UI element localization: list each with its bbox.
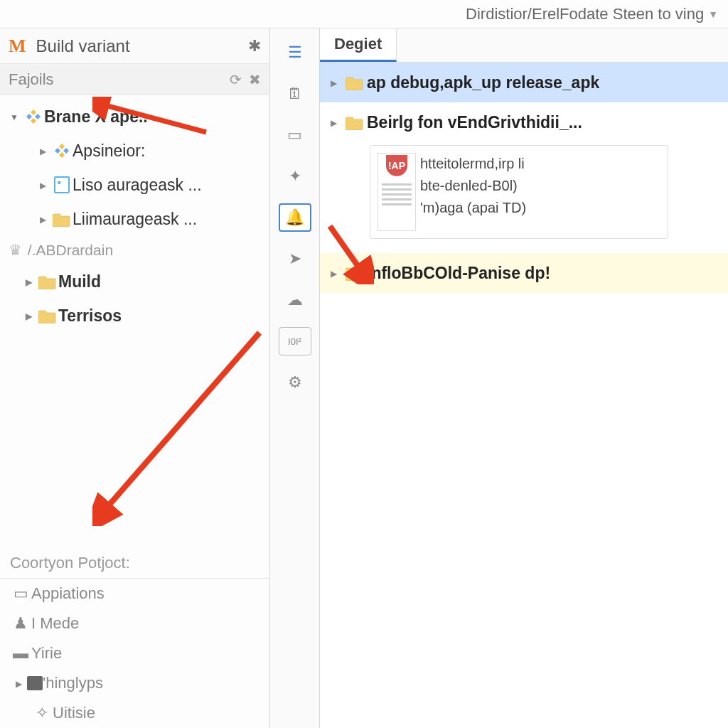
tree-item-label: Muild: [58, 272, 101, 291]
content: Degiet ap debug,apk_up release_apk Beirl…: [320, 28, 728, 728]
doc-thumb: !AP: [378, 153, 416, 231]
folder-icon: [343, 75, 367, 90]
robot-icon: ♟: [10, 614, 31, 633]
breadcrumb[interactable]: Dirdistior/ErelFodate Steen to ving: [466, 5, 704, 23]
file-label: Beirlg fon vEndGrivthidii_...: [367, 113, 582, 132]
file-label: infloBbCOld-Panise dp!: [367, 264, 550, 283]
caret-down-icon[interactable]: [6, 110, 23, 123]
folder-icon: [343, 114, 367, 130]
tree-item[interactable]: Terrisos: [0, 299, 269, 333]
sidebar-subheader: Fajoils ⟳ ✖: [0, 64, 269, 95]
sidebar-title: Build variant: [36, 36, 248, 56]
caret-right-icon[interactable]: [324, 116, 343, 129]
caret-right-icon[interactable]: [10, 677, 27, 690]
tree-item-label: Liso aurageask ...: [73, 176, 202, 195]
file-icon: [51, 176, 73, 193]
arrow-icon[interactable]: ➤: [279, 245, 311, 273]
footer-item[interactable]: ▭ Appiations: [0, 579, 269, 609]
doc-lines-icon: [382, 181, 412, 208]
tab-label: Degiet: [334, 35, 382, 53]
tree-item-label: Terrisos: [58, 306, 122, 326]
footer-item[interactable]: ♟ I Mede: [0, 609, 269, 638]
tree-root-label: Brane X ape..: [44, 107, 148, 127]
tabs: Degiet: [320, 28, 728, 63]
tree-item-label: Apsineior:: [73, 141, 145, 161]
footer-item[interactable]: ▬ Yirie: [0, 638, 269, 668]
file-row[interactable]: infloBbCOld-Panise dp!: [320, 253, 728, 293]
sidebar-subtitle: Fajoils: [9, 70, 54, 89]
puzzle-icon[interactable]: ✱: [248, 37, 261, 55]
folder-icon: [51, 211, 73, 227]
footer: Coortyon Potjoct: ▭ Appiations ♟ I Mede …: [0, 548, 269, 728]
doc-line: bte-denled-B0l): [420, 175, 526, 197]
caret-right-icon[interactable]: [34, 213, 51, 225]
caret-right-icon[interactable]: [20, 275, 37, 288]
annotation-arrow: [92, 327, 277, 526]
footer-item-label: Uitisie: [53, 704, 95, 722]
close-icon[interactable]: ✖: [249, 71, 261, 88]
caret-right-icon[interactable]: [34, 144, 51, 157]
tree-item[interactable]: Liso aurageask ...: [0, 168, 269, 202]
sidebar-header: M Build variant ✱: [0, 28, 269, 64]
caret-right-icon[interactable]: [324, 267, 343, 279]
footer-item-label: Yirie: [31, 644, 62, 663]
refresh-icon[interactable]: ⟳: [230, 71, 242, 88]
sidebar: M Build variant ✱ Fajoils ⟳ ✖ Brane X ap…: [0, 28, 270, 728]
window-icon: ▭: [10, 584, 31, 603]
square-icon: [27, 676, 43, 690]
tab-active[interactable]: Degiet: [320, 28, 397, 62]
gear-icon[interactable]: ⚙: [279, 368, 311, 397]
caret-right-icon[interactable]: [34, 178, 51, 191]
counter-icon[interactable]: I0I²: [279, 327, 311, 355]
file-label: ap debug,apk_up release_apk: [367, 73, 599, 92]
tool-strip: ☰ 🗓 ▭ ✦ 🔔 ➤ ☁ I0I² ⚙: [270, 28, 320, 728]
file-row[interactable]: ap debug,apk_up release_apk: [320, 63, 728, 102]
doc-preview[interactable]: !AP htteitolermd,irp li bte-denled-B0l) …: [370, 145, 668, 239]
tree-item[interactable]: Liimaurageask ...: [0, 202, 269, 236]
file-row[interactable]: Beirlg fon vEndGrivthidii_...: [320, 102, 728, 142]
titlebar: Dirdistior/ErelFodate Steen to ving ▼: [0, 0, 728, 28]
footer-item-label: Appiations: [31, 584, 105, 603]
folder-icon: [343, 265, 367, 281]
tree-item[interactable]: Apsineior:: [0, 134, 269, 168]
project-tree: Brane X ape.. Apsineior: Liso aurageask …: [0, 95, 269, 337]
caret-right-icon[interactable]: [20, 309, 37, 322]
package-icon: [51, 142, 73, 159]
footer-item[interactable]: 'hinglyps: [0, 668, 269, 698]
tree-section-label: /.ABDrardain: [28, 242, 113, 258]
tree-root[interactable]: Brane X ape..: [0, 100, 269, 134]
calendar-icon[interactable]: 🗓: [279, 80, 311, 108]
shield-icon: !AP: [386, 155, 407, 176]
tree-item-label: Liimaurageask ...: [73, 210, 197, 229]
chevron-down-icon[interactable]: ▼: [708, 9, 718, 20]
footer-item[interactable]: ✧ Uitisie: [0, 698, 269, 728]
folder-icon: [37, 274, 58, 289]
inbox-icon[interactable]: ▭: [279, 121, 311, 149]
folder-icon: ▬: [10, 644, 31, 663]
app-logo-icon: M: [9, 36, 26, 57]
spark-icon[interactable]: ✦: [279, 162, 311, 191]
footer-item-label: I Mede: [31, 614, 79, 633]
tree-section: ♛ /.ABDrardain: [0, 236, 269, 264]
svg-line-1: [103, 333, 259, 512]
bell-icon[interactable]: 🔔: [279, 203, 311, 232]
footer-heading: Coortyon Potjoct:: [0, 548, 269, 578]
folder-icon: [37, 308, 58, 323]
package-icon: [23, 108, 44, 125]
file-list: ap debug,apk_up release_apk Beirlg fon v…: [320, 63, 728, 293]
crown-icon: ♛: [9, 242, 22, 258]
filter-icon[interactable]: ☰: [279, 38, 311, 67]
doc-line: htteitolermd,irp li: [420, 153, 526, 175]
tree-item[interactable]: Muild: [0, 264, 269, 299]
doc-line: 'm)aga (apai TD): [420, 197, 526, 219]
footer-item-label: 'hinglyps: [43, 674, 103, 692]
caret-right-icon[interactable]: [324, 76, 343, 89]
doc-text: htteitolermd,irp li bte-denled-B0l) 'm)a…: [420, 153, 526, 231]
sparkle-icon: ✧: [31, 704, 53, 722]
cloud-icon[interactable]: ☁: [279, 286, 311, 314]
